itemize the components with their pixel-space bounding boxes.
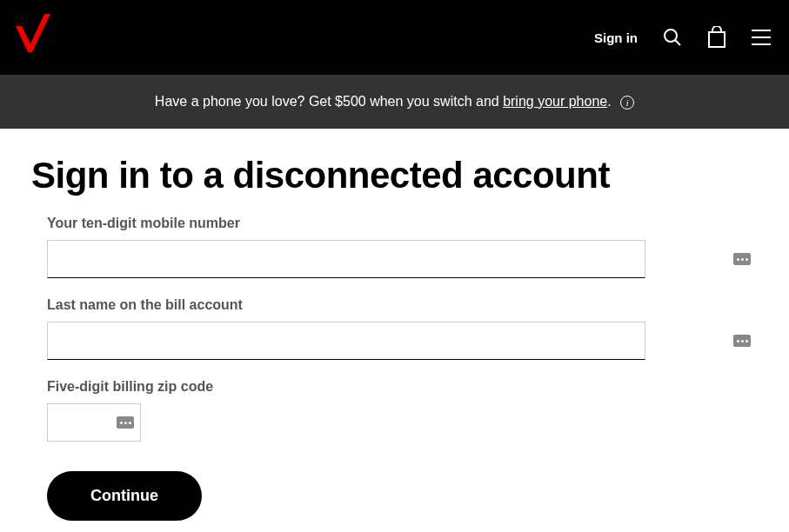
promo-link[interactable]: bring your phone [503, 94, 607, 109]
lastname-label: Last name on the bill account [47, 297, 758, 313]
verizon-logo[interactable] [9, 12, 50, 63]
info-icon[interactable]: i [620, 96, 634, 110]
mobile-number-group: Your ten-digit mobile number [31, 216, 758, 278]
sign-in-link[interactable]: Sign in [594, 30, 638, 45]
search-icon[interactable] [662, 27, 683, 48]
mobile-number-wrap [47, 240, 758, 278]
svg-point-0 [665, 30, 677, 42]
zip-group: Five-digit billing zip code [31, 379, 758, 442]
lastname-input[interactable] [47, 322, 645, 360]
autofill-icon[interactable] [117, 416, 134, 429]
promo-suffix: . [607, 94, 611, 109]
mobile-number-label: Your ten-digit mobile number [47, 216, 758, 231]
lastname-wrap [47, 322, 758, 360]
menu-icon[interactable] [751, 29, 772, 46]
zip-label: Five-digit billing zip code [47, 379, 758, 395]
header: Sign in [0, 0, 789, 75]
promo-prefix: Have a phone you love? Get $500 when you… [155, 94, 503, 109]
zip-wrap [47, 403, 141, 442]
continue-button[interactable]: Continue [47, 471, 202, 521]
mobile-number-input[interactable] [47, 240, 645, 278]
main-content: Sign in to a disconnected account Your t… [0, 129, 789, 532]
autofill-icon[interactable] [733, 335, 751, 347]
autofill-icon[interactable] [733, 253, 751, 265]
svg-line-1 [675, 40, 680, 45]
lastname-group: Last name on the bill account [31, 297, 758, 360]
header-right: Sign in [594, 26, 772, 49]
svg-rect-2 [709, 32, 725, 47]
shopping-bag-icon[interactable] [707, 26, 726, 49]
promo-banner: Have a phone you love? Get $500 when you… [0, 75, 789, 129]
promo-text: Have a phone you love? Get $500 when you… [155, 94, 634, 110]
page-title: Sign in to a disconnected account [31, 155, 758, 196]
